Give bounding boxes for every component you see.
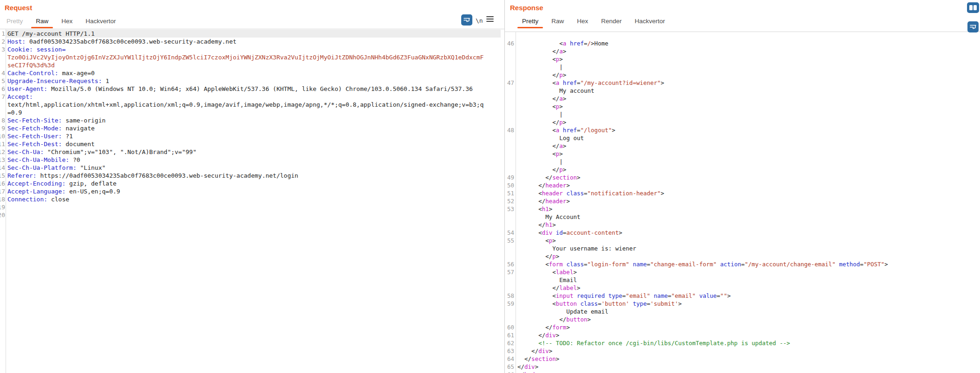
code-line[interactable]: 9Sec-Fetch-Mode: navigate xyxy=(0,124,504,132)
tab-hex[interactable]: Hex xyxy=(59,13,75,29)
code-line[interactable]: 47 <a href="/my-account?id=wiener"> xyxy=(505,79,980,87)
code-line[interactable]: My account xyxy=(505,87,980,95)
code-token: 1 xyxy=(102,77,110,84)
code-line[interactable]: 2Host: 0adf0053034235abc0f7683c00ce0093.… xyxy=(0,38,504,45)
code-line[interactable]: 57 <label> xyxy=(505,268,980,276)
code-token: | xyxy=(517,158,563,165)
code-line[interactable]: </a> xyxy=(505,95,980,103)
code-token: > xyxy=(556,355,560,362)
tab-pretty[interactable]: Pretty xyxy=(4,13,26,29)
code-line[interactable]: 59 <button class='button' type='submit'> xyxy=(505,300,980,308)
code-token: </ xyxy=(517,48,559,55)
wrap-lines-icon[interactable] xyxy=(461,14,472,26)
code-line[interactable]: 63 </div> xyxy=(505,347,980,355)
code-token xyxy=(605,292,608,299)
code-line[interactable]: </p> xyxy=(505,252,980,260)
code-line[interactable]: 50 </header> xyxy=(505,181,980,189)
code-line[interactable]: 51 <header class="notification-header"> xyxy=(505,189,980,197)
code-line[interactable]: 13Sec-Ch-Ua-Mobile: ?0 xyxy=(0,156,504,164)
code-line[interactable]: | xyxy=(505,110,980,118)
code-line[interactable]: </label> xyxy=(505,284,980,292)
code-line[interactable]: 20 xyxy=(0,211,504,219)
code-line[interactable]: Tzo0OiJVc2VyIjoyOntzOjg6InVzZXJuYW1lIjtz… xyxy=(0,53,504,61)
code-line[interactable]: 64 </section> xyxy=(505,355,980,363)
line-number: 48 xyxy=(505,126,514,134)
code-line[interactable]: 14Sec-Ch-Ua-Platform: "Linux" xyxy=(0,164,504,172)
tab-render[interactable]: Render xyxy=(598,13,624,29)
code-line[interactable]: | xyxy=(505,158,980,166)
code-token: Tzo0OiJVc2VyIjoyOntzOjg6InVzZXJuYW1lIjtz… xyxy=(7,54,483,61)
tab-raw[interactable]: Raw xyxy=(549,13,567,29)
code-line[interactable]: 8Sec-Fetch-Site: same-origin xyxy=(0,116,504,124)
code-line[interactable]: 54 <div id=account-content> xyxy=(505,229,980,237)
wrap-lines-icon[interactable] xyxy=(967,21,979,32)
code-line[interactable]: My Account xyxy=(505,213,980,221)
code-line[interactable]: 65</div> xyxy=(505,363,980,371)
code-line[interactable]: <p> xyxy=(505,55,980,63)
code-line[interactable]: 55 <p> xyxy=(505,237,980,244)
code-line[interactable]: 60 </form> xyxy=(505,323,980,331)
code-line[interactable]: 62 <!-- TODO: Refactor once /cgi-bin/lib… xyxy=(505,339,980,347)
code-line[interactable]: 12Sec-Ch-Ua: "Chromium";v="103", ".Not/A… xyxy=(0,148,504,156)
code-line[interactable]: 15Referer: https://0adf0053034235abc0f76… xyxy=(0,172,504,180)
code-token xyxy=(717,261,720,268)
tab-hackvertor[interactable]: Hackvertor xyxy=(632,13,668,29)
request-editor[interactable]: 1GET /my-account HTTP/1.12Host: 0adf0053… xyxy=(0,29,504,373)
code-line[interactable]: Your username is: wiener xyxy=(505,244,980,252)
code-line[interactable]: 19 xyxy=(0,203,504,211)
code-line[interactable]: <p> xyxy=(505,103,980,110)
code-line[interactable]: 18Connection: close xyxy=(0,195,504,203)
code-line[interactable]: Email xyxy=(505,276,980,284)
code-line[interactable]: </a> xyxy=(505,47,980,55)
code-line[interactable]: 53 <h1> xyxy=(505,205,980,213)
code-line[interactable]: 52 </header> xyxy=(505,197,980,205)
code-line[interactable]: 16Accept-Encoding: gzip, deflate xyxy=(0,180,504,187)
code-line[interactable]: 56 <form class="login-form" name="change… xyxy=(505,260,980,268)
code-line[interactable]: </p> xyxy=(505,166,980,174)
code-line[interactable]: Log out xyxy=(505,134,980,142)
code-line[interactable]: 6User-Agent: Mozilla/5.0 (Windows NT 10.… xyxy=(0,85,504,93)
code-line[interactable]: 3Cookie: session= xyxy=(0,45,504,53)
code-line[interactable]: 4Cache-Control: max-age=0 xyxy=(0,69,504,77)
split-panes-icon[interactable] xyxy=(967,2,979,13)
response-viewer[interactable]: 46 <a href=/>Home </a> <p> | </p>47 <a h… xyxy=(505,32,980,373)
code-line[interactable]: Update email xyxy=(505,308,980,315)
code-line[interactable]: | xyxy=(505,63,980,71)
code-line[interactable]: 49 </section> xyxy=(505,174,980,181)
code-line[interactable]: 61 </div> xyxy=(505,331,980,339)
code-token: "Chromium";v="103", ".Not/A)Brand";v="99… xyxy=(44,148,196,155)
code-line[interactable]: seCI7fQ%3d%3d xyxy=(0,61,504,69)
code-token: </ xyxy=(517,71,559,78)
tab-hex[interactable]: Hex xyxy=(574,13,591,29)
code-line[interactable]: 11Sec-Fetch-Dest: document xyxy=(0,140,504,148)
code-line[interactable]: text/html,application/xhtml+xml,applicat… xyxy=(0,101,504,109)
code-token: < xyxy=(517,79,556,86)
code-line[interactable]: 7Accept: xyxy=(0,93,504,101)
tab-pretty[interactable]: Pretty xyxy=(519,13,541,29)
code-token: < xyxy=(517,103,556,110)
code-token: > xyxy=(566,198,570,205)
code-line[interactable]: 10Sec-Fetch-User: ?1 xyxy=(0,132,504,140)
code-token: ?1 xyxy=(62,133,72,140)
code-line[interactable]: <p> xyxy=(505,150,980,158)
code-line[interactable]: 1GET /my-account HTTP/1.1 xyxy=(0,30,504,38)
hamburger-menu-icon[interactable] xyxy=(486,16,494,24)
code-line[interactable]: 48 <a href="/logout"> xyxy=(505,126,980,134)
code-line[interactable]: 17Accept-Language: en-US,en;q=0.9 xyxy=(0,187,504,195)
show-newlines-button[interactable]: \n xyxy=(476,17,483,24)
tab-hackvertor[interactable]: Hackvertor xyxy=(83,13,118,29)
code-line[interactable]: 5Upgrade-Insecure-Requests: 1 xyxy=(0,77,504,85)
code-line[interactable]: </a> xyxy=(505,142,980,150)
code-line[interactable]: =0.9 xyxy=(0,109,504,116)
code-line[interactable]: 66</body> xyxy=(505,371,980,373)
tab-raw[interactable]: Raw xyxy=(33,13,51,29)
line-number: 57 xyxy=(505,268,514,276)
code-line[interactable]: </p> xyxy=(505,118,980,126)
code-line[interactable]: </h1> xyxy=(505,221,980,229)
code-line[interactable]: </p> xyxy=(505,71,980,79)
code-line[interactable]: 46 <a href=/>Home xyxy=(505,39,980,47)
code-line[interactable]: 58 <input required type="email" name="em… xyxy=(505,292,980,300)
code-line[interactable]: </button> xyxy=(505,315,980,323)
code-token: Host: xyxy=(7,38,26,45)
line-number: 7 xyxy=(0,93,5,101)
